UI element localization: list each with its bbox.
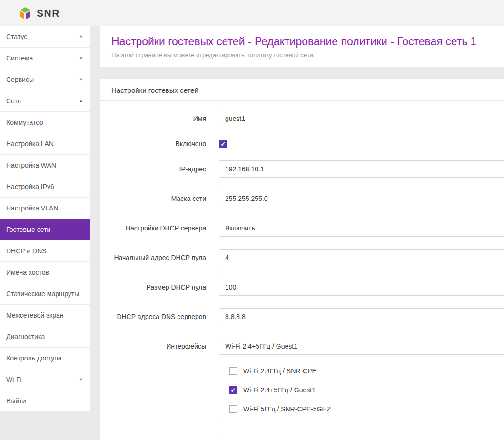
dhcp-mode-select[interactable]: Включить [219,220,504,237]
form-row-next-partial [100,423,504,440]
interface-option-3-label[interactable]: Wi-Fi 5ГГц / SNR-CPE-5GHZ [243,405,331,413]
sidebar-item-network[interactable]: Сеть▲ [0,90,90,112]
next-row-input[interactable] [219,423,504,440]
dhcp-mode-select-value: Включить [225,224,255,232]
interface-option-1-checkbox[interactable] [229,367,237,375]
dhcp-dns-input[interactable] [219,308,504,325]
ip-label: IP-адрес [100,165,219,173]
dhcp-limit-label: Размер DHCP пула [100,283,219,291]
sidebar-item-label: Межсетевой экран [6,311,64,319]
page-title: Настройки гостевых сетей - Редактировани… [111,35,504,48]
dhcp-dns-label: DHCP адреса DNS серверов [100,313,219,320]
sidebar-item-label: Имена хостов [6,269,49,276]
form-row-dhcp-mode: Настройки DHCP сервера Включить [100,220,504,237]
sidebar-item-firewall[interactable]: Межсетевой экран [0,305,90,326]
chevron-up-icon: ▲ [79,99,83,103]
chevron-down-icon: ▼ [79,377,83,382]
form-row-dhcp-limit: Размер DHCP пула [100,279,504,296]
brand-logo: SNR [18,6,60,20]
interfaces-select-value: Wi-Fi 2.4+5ГГц / Guest1 [225,342,297,350]
sidebar-item-dhcp-dns[interactable]: DHCP и DNS [0,240,90,262]
app-header: SNR [0,0,504,26]
sidebar-item-switch[interactable]: Коммутатор [0,112,90,133]
interface-option-2-checkbox[interactable] [229,386,237,394]
sidebar-item-label: Контроль доступа [6,354,62,362]
enabled-label: Включено [100,140,219,148]
sidebar-item-label: Система [6,54,33,62]
dhcp-limit-input[interactable] [219,279,504,296]
name-label: Имя [100,115,219,122]
sidebar-item-logout[interactable]: Выйти [0,390,90,412]
form-row-ip: IP-адрес [100,160,504,178]
sidebar-item-ipv6[interactable]: Настройка IPv6 [0,176,90,198]
guest-network-card: Настройки гостевых сетей Имя Включено IP… [100,79,504,440]
guest-network-form: Имя Включено IP-адрес Маска сети Настрой… [100,101,504,440]
brand-name: SNR [37,8,60,19]
sidebar-menu: Статус▼Система▼Сервисы▼Сеть▲КоммутаторНа… [0,26,90,412]
sidebar-item-label: Настройка LAN [6,140,54,148]
sidebar-item-wan[interactable]: Настройка WAN [0,155,90,176]
form-row-netmask: Маска сети [100,190,504,207]
interface-option-1-label[interactable]: Wi-Fi 2.4ГГц / SNR-CPE [243,367,316,375]
chevron-down-icon: ▼ [79,56,83,60]
form-row-dhcp-dns: DHCP адреса DNS серверов [100,308,504,325]
sidebar-item-status[interactable]: Статус▼ [0,26,90,48]
sidebar-item-label: Статические маршруты [6,290,79,298]
interfaces-label: Интерфейсы [100,338,219,350]
sidebar-item-lan[interactable]: Настройка LAN [0,133,90,155]
interfaces-select[interactable]: Wi-Fi 2.4+5ГГц / Guest1 [219,338,504,355]
form-row-interfaces: Интерфейсы Wi-Fi 2.4+5ГГц / Guest1 Wi-Fi… [100,338,504,416]
sidebar: Статус▼Система▼Сервисы▼Сеть▲КоммутаторНа… [0,26,90,412]
netmask-input[interactable] [219,190,504,207]
sidebar-item-guest-networks[interactable]: Гостевые сети [0,219,90,240]
sidebar-item-system[interactable]: Система▼ [0,48,90,69]
interfaces-field: Wi-Fi 2.4+5ГГц / Guest1 Wi-Fi 2.4ГГц / S… [219,338,504,416]
sidebar-item-vlan[interactable]: Настройка VLAN [0,198,90,219]
sidebar-item-label: Коммутатор [6,119,43,126]
sidebar-item-label: Гостевые сети [6,226,50,233]
sidebar-item-label: Сеть [6,97,21,105]
sidebar-item-services[interactable]: Сервисы▼ [0,69,90,90]
interface-option-1: Wi-Fi 2.4ГГц / SNR-CPE [219,364,504,378]
interface-option-3: Wi-Fi 5ГГц / SNR-CPE-5GHZ [219,402,504,416]
sidebar-item-label: Настройка WAN [6,161,56,169]
sidebar-item-label: Настройка VLAN [6,204,58,212]
interface-option-2: Wi-Fi 2.4+5ГГц / Guest1 [219,383,504,397]
sidebar-item-label: Статус [6,33,27,40]
card-title: Настройки гостевых сетей [100,79,504,101]
chevron-down-icon: ▼ [79,77,83,82]
sidebar-item-label: Диагностика [6,333,45,340]
interface-option-3-checkbox[interactable] [229,405,237,413]
sidebar-item-static-routes[interactable]: Статические маршруты [0,283,90,305]
form-row-name: Имя [100,110,504,127]
brand-cube-icon [18,6,32,20]
sidebar-item-label: Настройка IPv6 [6,183,54,190]
sidebar-item-hostnames[interactable]: Имена хостов [0,262,90,283]
form-row-enabled: Включено [100,140,504,148]
chevron-down-icon: ▼ [79,34,83,39]
sidebar-item-diagnostics[interactable]: Диагностика [0,326,90,348]
dhcp-mode-label: Настройки DHCP сервера [100,224,219,232]
page-subtitle: На этой странице вы можете отредактирова… [111,51,504,59]
ip-input[interactable] [219,160,504,178]
sidebar-item-label: DHCP и DNS [6,247,47,255]
form-row-dhcp-start: Начальный адрес DHCP пула [100,249,504,266]
name-input[interactable] [219,110,504,127]
dhcp-start-label: Начальный адрес DHCP пула [100,254,219,261]
sidebar-item-label: Выйти [6,397,26,405]
dhcp-start-input[interactable] [219,249,504,266]
sidebar-item-label: Сервисы [6,76,34,83]
sidebar-item-access-control[interactable]: Контроль доступа [0,348,90,369]
interface-option-2-label[interactable]: Wi-Fi 2.4+5ГГц / Guest1 [243,386,316,394]
enabled-checkbox[interactable] [219,140,227,148]
netmask-label: Маска сети [100,195,219,202]
sidebar-item-wifi[interactable]: Wi-Fi▼ [0,369,90,390]
page-header: Настройки гостевых сетей - Редактировани… [100,26,504,67]
sidebar-item-label: Wi-Fi [6,376,22,383]
